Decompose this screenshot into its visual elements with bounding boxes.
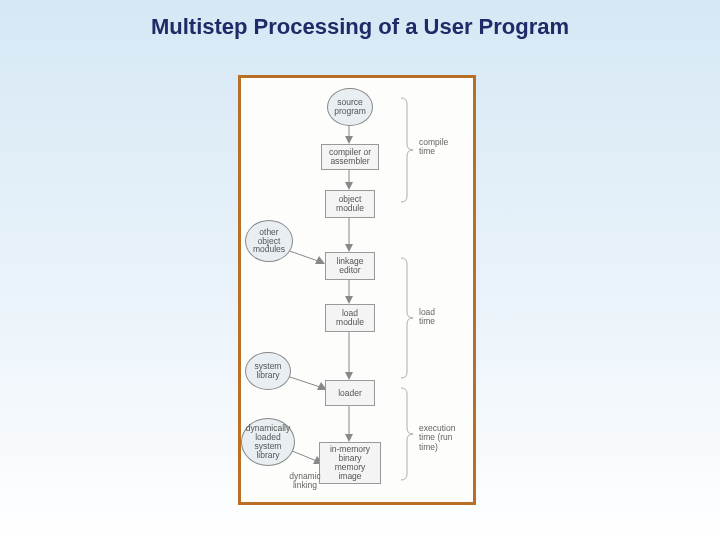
node-other-object-modules: other object modules (245, 220, 293, 262)
svg-marker-1 (345, 136, 353, 144)
node-linkage-editor: linkage editor (325, 252, 375, 280)
node-source-program: source program (327, 88, 373, 126)
label-execution-time: execution time (run time) (419, 424, 455, 452)
node-loader: loader (325, 380, 375, 406)
label-load-time: load time (419, 308, 435, 327)
node-system-library: system library (245, 352, 291, 390)
node-dynamic-library: dynamically loaded system library (241, 418, 295, 466)
node-object-module: object module (325, 190, 375, 218)
svg-marker-9 (345, 372, 353, 380)
svg-marker-7 (345, 296, 353, 304)
svg-marker-3 (345, 182, 353, 190)
svg-marker-11 (345, 434, 353, 442)
diagram-frame: source program compiler or assembler obj… (238, 75, 476, 505)
node-memory-image: in-memory binary memory image (319, 442, 381, 484)
page-title: Multistep Processing of a User Program (0, 14, 720, 40)
node-compiler: compiler or assembler (321, 144, 379, 170)
label-compile-time: compile time (419, 138, 448, 157)
node-load-module: load module (325, 304, 375, 332)
label-dynamic-linking: dynamic linking (285, 472, 325, 491)
svg-marker-5 (345, 244, 353, 252)
